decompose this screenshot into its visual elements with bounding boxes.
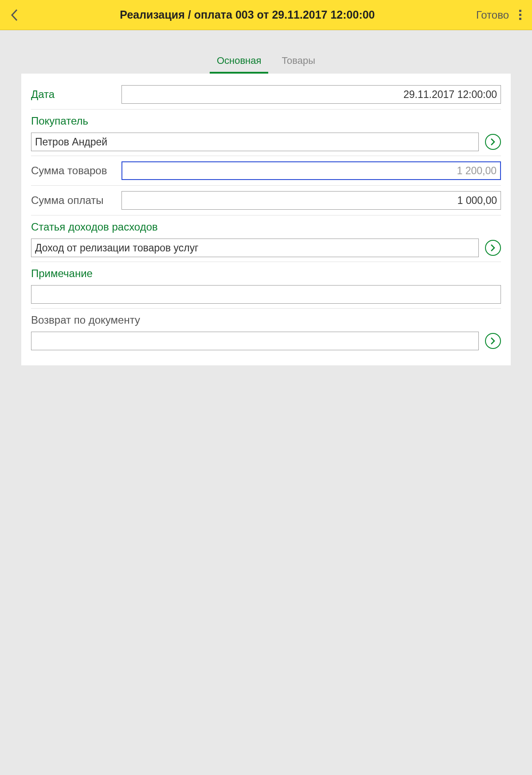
- date-input[interactable]: 29.11.2017 12:00:00: [121, 85, 501, 104]
- payment-sum-label: Сумма оплаты: [31, 194, 115, 207]
- field-row-return-doc: Возврат по документу: [31, 309, 501, 355]
- note-input[interactable]: [31, 285, 501, 304]
- form-card: Дата 29.11.2017 12:00:00 Покупатель Петр…: [21, 74, 511, 365]
- buyer-select-button[interactable]: [485, 134, 501, 150]
- field-row-note: Примечание: [31, 262, 501, 309]
- return-doc-input[interactable]: [31, 332, 479, 350]
- field-row-goods-sum: Сумма товаров 1 200,00: [31, 156, 501, 186]
- field-row-buyer: Покупатель Петров Андрей: [31, 110, 501, 156]
- menu-dot-icon: [519, 14, 521, 16]
- tab-main[interactable]: Основная: [213, 50, 265, 74]
- menu-dot-icon: [519, 18, 521, 20]
- date-value: 29.11.2017 12:00:00: [403, 89, 497, 101]
- payment-sum-input[interactable]: 1 000,00: [121, 191, 501, 210]
- income-article-select-button[interactable]: [485, 240, 501, 256]
- overflow-menu-button[interactable]: [513, 10, 527, 20]
- date-label: Дата: [31, 88, 115, 101]
- app-header: Реализация / оплата 003 от 29.11.2017 12…: [0, 0, 532, 30]
- buyer-value: Петров Андрей: [35, 136, 107, 148]
- income-article-label: Статья доходов расходов: [31, 221, 501, 233]
- buyer-input[interactable]: Петров Андрей: [31, 133, 479, 151]
- tab-goods[interactable]: Товары: [278, 50, 319, 74]
- done-button[interactable]: Готово: [472, 9, 513, 21]
- goods-sum-input[interactable]: 1 200,00: [121, 161, 501, 180]
- return-doc-select-button[interactable]: [485, 333, 501, 349]
- income-article-value: Доход от релизации товаров услуг: [35, 242, 199, 254]
- payment-sum-value: 1 000,00: [457, 195, 497, 207]
- income-article-input[interactable]: Доход от релизации товаров услуг: [31, 239, 479, 257]
- chevron-right-icon: [490, 244, 496, 252]
- goods-sum-label: Сумма товаров: [31, 164, 115, 177]
- return-doc-label: Возврат по документу: [31, 314, 501, 326]
- chevron-right-icon: [490, 337, 496, 345]
- field-row-date: Дата 29.11.2017 12:00:00: [31, 80, 501, 110]
- buyer-label: Покупатель: [31, 115, 501, 127]
- field-row-payment-sum: Сумма оплаты 1 000,00: [31, 186, 501, 215]
- field-row-income-article: Статья доходов расходов Доход от релизац…: [31, 215, 501, 262]
- page-title: Реализация / оплата 003 от 29.11.2017 12…: [23, 8, 472, 21]
- back-button[interactable]: [5, 6, 23, 24]
- note-label: Примечание: [31, 267, 501, 280]
- chevron-left-icon: [10, 8, 18, 22]
- chevron-right-icon: [490, 138, 496, 146]
- goods-sum-value: 1 200,00: [457, 165, 497, 177]
- menu-dot-icon: [519, 10, 521, 12]
- tabs-container: Основная Товары: [0, 30, 532, 74]
